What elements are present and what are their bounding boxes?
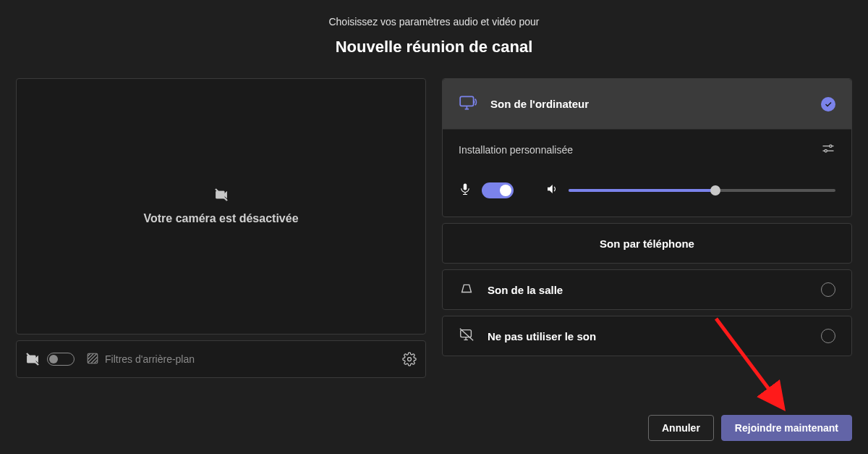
cancel-button[interactable]: Annuler (648, 415, 714, 441)
radio-unchecked-icon (821, 329, 835, 343)
microphone-toggle[interactable] (482, 182, 514, 198)
camera-icon (25, 352, 40, 366)
background-filters-label: Filtres d'arrière-plan (105, 353, 195, 365)
video-preview: Votre caméra est désactivée (16, 78, 426, 335)
join-now-button[interactable]: Rejoindre maintenant (721, 415, 852, 441)
room-icon (459, 280, 475, 299)
svg-rect-2 (460, 96, 473, 106)
svg-point-6 (825, 150, 827, 152)
no-audio-icon (459, 327, 475, 345)
audio-room-label: Son de la salle (488, 284, 563, 296)
check-icon (821, 97, 835, 112)
svg-point-4 (830, 145, 832, 147)
speaker-icon (545, 182, 558, 198)
audio-computer-label: Son de l'ordinateur (490, 98, 589, 110)
header-title: Nouvelle réunion de canal (0, 38, 868, 56)
background-effects-icon (86, 352, 99, 367)
header-subtitle: Choisissez vos paramètres audio et vidéo… (0, 16, 868, 28)
background-filters-button[interactable]: Filtres d'arrière-plan (82, 349, 199, 370)
audio-none-label: Ne pas utiliser le son (488, 330, 596, 342)
audio-room-option[interactable]: Son de la salle (442, 269, 852, 310)
audio-computer-card[interactable]: Son de l'ordinateur Installation personn… (442, 78, 852, 217)
audio-none-option[interactable]: Ne pas utiliser le son (442, 316, 852, 356)
custom-setup-label: Installation personnalisée (459, 144, 573, 156)
sliders-icon (821, 141, 835, 159)
camera-off-message: Votre caméra est désactivée (143, 212, 298, 225)
audio-phone-option: Son par téléphone (442, 223, 852, 264)
svg-point-1 (408, 358, 412, 361)
camera-toggle[interactable] (47, 353, 75, 366)
computer-audio-icon (459, 93, 477, 115)
radio-unchecked-icon (821, 282, 835, 297)
camera-off-icon (214, 188, 229, 202)
microphone-icon (459, 182, 472, 198)
video-toolbar: Filtres d'arrière-plan (16, 340, 426, 378)
custom-setup-button[interactable]: Installation personnalisée (443, 130, 851, 170)
audio-phone-label: Son par téléphone (600, 237, 694, 250)
volume-slider[interactable] (569, 189, 835, 192)
gear-icon[interactable] (402, 352, 417, 366)
